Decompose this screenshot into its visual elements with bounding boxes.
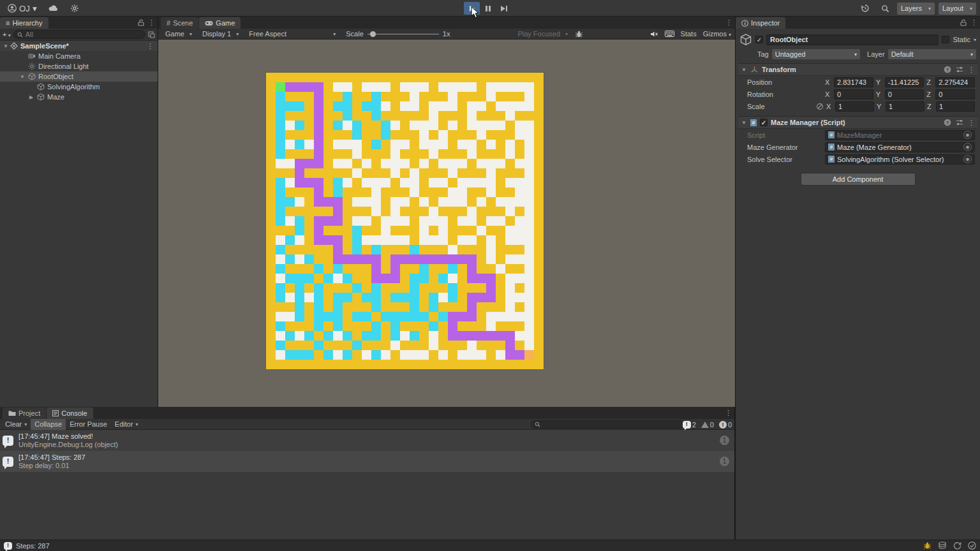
foldout-icon[interactable]: ▼	[3, 43, 9, 49]
create-object-button[interactable]: + ▾	[3, 31, 11, 38]
tab-game[interactable]: Game	[199, 17, 241, 29]
aspect-ratio-dropdown[interactable]: Free Aspect▾	[244, 29, 340, 40]
kebab-menu-icon[interactable]: ⋮	[725, 409, 732, 417]
cloud-services-button[interactable]	[45, 2, 63, 15]
keyboard-icon[interactable]	[665, 31, 674, 37]
display-dropdown[interactable]: Display 1▾	[198, 29, 243, 40]
scale-value: 1x	[443, 30, 450, 38]
hierarchy-item-maze[interactable]: ▶Maze	[0, 92, 158, 102]
component-enabled-checkbox[interactable]: ✓	[760, 119, 768, 126]
object-name-field[interactable]: RootObject	[766, 34, 939, 45]
console-log-entry[interactable]: ![17:45:47] Steps: 287Step delay: 0.011	[0, 451, 734, 472]
account-button[interactable]: OJ ▾	[4, 2, 41, 15]
scale-slider-thumb[interactable]	[370, 31, 376, 37]
collapse-toggle[interactable]: Collapse	[31, 419, 66, 430]
object-picker-icon[interactable]: ◉	[963, 155, 972, 163]
kebab-menu-icon[interactable]: ⋮	[147, 42, 154, 50]
debug-bug-icon[interactable]	[575, 30, 583, 38]
progress-check-icon[interactable]	[968, 541, 976, 550]
static-checkbox[interactable]	[942, 36, 949, 43]
position-z-field[interactable]: 2.275424	[935, 77, 975, 87]
lock-icon[interactable]	[138, 19, 144, 26]
settings-button[interactable]	[66, 2, 83, 15]
tab-console[interactable]: Console	[47, 408, 93, 419]
info-filter-toggle[interactable]: ! 2	[683, 421, 696, 429]
active-checkbox[interactable]: ✓	[755, 36, 763, 43]
tab-inspector[interactable]: Inspector	[736, 17, 785, 29]
tab-hierarchy[interactable]: ≡ Hierarchy	[0, 17, 48, 29]
object-picker-icon[interactable]: ◉	[963, 131, 972, 139]
step-button[interactable]	[496, 2, 512, 15]
error-filter-toggle[interactable]: ! 0	[719, 421, 732, 429]
scale-x-field[interactable]: 1	[835, 101, 874, 112]
debugger-attach-icon[interactable]	[923, 541, 932, 550]
rotation-x-field[interactable]: 0	[834, 89, 873, 99]
warning-filter-toggle[interactable]: 0	[701, 421, 714, 429]
csharp-script-icon: #	[750, 119, 757, 126]
code-optimization-icon[interactable]	[938, 541, 947, 550]
game-camera-dropdown[interactable]: Game▾	[161, 29, 197, 40]
layer-dropdown[interactable]: Default▾	[888, 49, 976, 59]
error-pause-toggle[interactable]: Error Pause	[66, 419, 111, 430]
object-picker-icon[interactable]: ◉	[963, 143, 972, 151]
pause-button[interactable]	[480, 2, 496, 15]
play-button[interactable]	[464, 2, 480, 15]
foldout-icon[interactable]: ▶	[28, 94, 34, 100]
hierarchy-item-rootobject[interactable]: ▼RootObject	[0, 71, 158, 82]
hierarchy-item-solvingalgorithm[interactable]: SolvingAlgorithm	[0, 82, 158, 92]
rotation-y-field[interactable]: 0	[885, 89, 924, 99]
transform-header[interactable]: ▼ Transform ? ⋮	[738, 63, 977, 76]
add-component-button[interactable]: Add Component	[801, 173, 916, 186]
scale-control: Scale 1x	[341, 29, 454, 40]
lock-icon[interactable]	[960, 19, 967, 26]
tab-scene[interactable]: # Scene	[161, 17, 198, 29]
scale-y-field[interactable]: 1	[886, 101, 924, 112]
scale-z-field[interactable]: 1	[936, 101, 975, 112]
scale-slider[interactable]	[368, 34, 439, 34]
scene-picker-icon[interactable]	[148, 31, 155, 38]
foldout-icon[interactable]: ▼	[741, 120, 747, 126]
tab-project[interactable]: Project	[3, 408, 46, 419]
status-message[interactable]: Steps: 287	[16, 542, 50, 550]
maze-manager-header[interactable]: ▼ # ✓ Maze Manager (Script) ? ⋮	[738, 116, 977, 129]
script-asset-icon: #	[828, 143, 835, 151]
activity-refresh-icon[interactable]	[953, 541, 961, 550]
hierarchy-search-input[interactable]: All	[13, 30, 145, 39]
mute-audio-icon[interactable]	[650, 31, 658, 38]
kebab-menu-icon[interactable]: ⋮	[725, 18, 732, 27]
position-y-field[interactable]: -11.41225	[885, 77, 924, 87]
hierarchy-item-main-camera[interactable]: Main Camera	[0, 51, 158, 61]
editor-dropdown[interactable]: Editor▾	[111, 419, 142, 430]
console-log-entry[interactable]: ![17:45:47] Maze solved!UnityEngine.Debu…	[0, 430, 734, 451]
console-search-input[interactable]	[531, 420, 684, 429]
layout-dropdown[interactable]: Layout ▾	[939, 3, 976, 15]
presets-icon[interactable]	[956, 119, 963, 126]
presets-icon[interactable]	[956, 66, 963, 73]
object-reference-field-script[interactable]: #MazeManager◉	[825, 130, 975, 140]
gizmos-dropdown[interactable]: Gizmos ▾	[703, 30, 731, 38]
foldout-icon[interactable]: ▼	[19, 74, 26, 80]
kebab-menu-icon[interactable]: ⋮	[968, 66, 975, 74]
clear-button[interactable]: Clear▾	[1, 419, 31, 430]
undo-history-button[interactable]	[857, 2, 873, 15]
static-dropdown-icon[interactable]: ▾	[974, 37, 976, 43]
link-scale-icon[interactable]	[816, 103, 824, 110]
help-icon[interactable]: ?	[944, 66, 951, 73]
object-reference-field-maze-generator[interactable]: #Maze (Maze Generator)◉	[825, 142, 975, 152]
kebab-menu-icon[interactable]: ⋮	[968, 119, 975, 127]
search-everywhere-button[interactable]	[877, 2, 893, 15]
search-icon	[17, 32, 23, 38]
scene-header-row[interactable]: ▼ SampleScene* ⋮	[0, 41, 158, 51]
play-focused-dropdown[interactable]: Play Focused▾	[513, 29, 572, 40]
foldout-icon[interactable]: ▼	[741, 67, 747, 73]
kebab-menu-icon[interactable]: ⋮	[970, 18, 977, 27]
rotation-z-field[interactable]: 0	[935, 89, 975, 99]
stats-button[interactable]: Stats	[681, 30, 697, 38]
object-reference-field-solve-selector[interactable]: #SolvingAlgorithm (Solver Selector)◉	[825, 154, 975, 165]
help-icon[interactable]: ?	[944, 119, 951, 126]
tag-dropdown[interactable]: Untagged▾	[772, 49, 860, 59]
kebab-menu-icon[interactable]: ⋮	[148, 18, 155, 27]
hierarchy-item-directional-light[interactable]: Directional Light	[0, 61, 158, 71]
layers-dropdown[interactable]: Layers ▾	[897, 3, 935, 15]
position-x-field[interactable]: 2.831743	[834, 77, 873, 87]
